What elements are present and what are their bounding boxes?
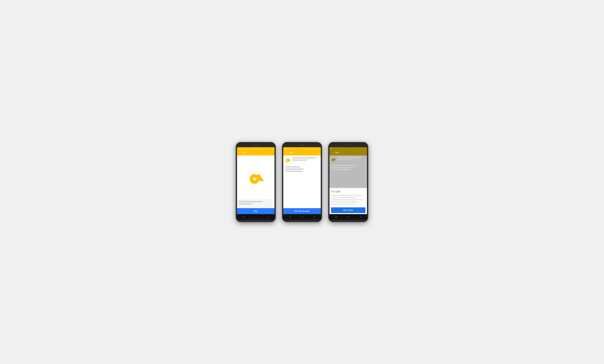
phone-2-desc-block <box>283 165 321 175</box>
phone-2-nav-bar: ◁ ○ □ <box>283 214 321 220</box>
phone-3-screen: ⚡ ← Text <box>329 147 367 220</box>
phone-3-form-line-2 <box>331 197 357 198</box>
phone-1-buy-label: Buy <box>254 210 258 212</box>
phone-3-nav-bar: ◁ ○ □ <box>329 214 367 220</box>
phone-1-back-button[interactable]: ← <box>239 151 241 154</box>
phone-3-google-logo: Google <box>331 190 365 193</box>
phone-2-desc-2 <box>285 168 304 170</box>
phone-3-google-e: e <box>339 190 340 193</box>
phone-3-dimmed-bg <box>329 155 367 188</box>
phone-2-nav-home[interactable]: ○ <box>302 216 303 218</box>
phone-1-nav-recents[interactable]: □ <box>268 216 269 218</box>
phone-1-screen: ⚡ ← Text <box>237 147 275 220</box>
phone-3-form-line-4 <box>331 201 359 203</box>
phone-2-title: Text <box>289 151 293 154</box>
phone-3-google-g2: g <box>337 190 338 193</box>
phone-3-status-bar: ⚡ <box>329 147 367 150</box>
phone-2-product-text <box>292 157 319 162</box>
phone-3-google-o1: o <box>333 190 335 193</box>
phone-3-top-bar <box>329 144 367 147</box>
phone-1-nav-bar: ◁ ○ □ <box>237 214 275 220</box>
phone-2-pay-button[interactable]: Pay with Google <box>283 208 321 214</box>
phone-2-prod-line-1 <box>292 157 316 158</box>
phone-3-status-icon: ⚡ <box>330 148 332 149</box>
svg-point-7 <box>287 160 288 161</box>
phone-2-back-button[interactable]: ← <box>285 151 287 154</box>
phone-1-info-block <box>237 199 275 208</box>
phone-3-nav-home[interactable]: ○ <box>348 216 349 218</box>
phone-2-speaker <box>299 145 305 146</box>
phone-2-product-header <box>283 155 321 165</box>
phone-3-nav-recents[interactable]: □ <box>360 216 361 218</box>
phone-1-line-2 <box>239 203 252 204</box>
phone-2-pay-label: Pay with Google <box>294 210 310 212</box>
phone-3-google-o2: o <box>335 190 336 193</box>
phone-3-form-line-5 <box>331 203 355 205</box>
phone-3-product-logo-icon <box>331 157 336 162</box>
phone-1-speaker <box>252 145 259 146</box>
phone-2-status-bar: ⚡ <box>283 147 321 150</box>
phone-1-nav-back[interactable]: ◁ <box>243 215 244 218</box>
phone-1: ⚡ ← Text <box>236 142 276 222</box>
phone-3-google-sheet: Google BUY NOW <box>329 188 367 214</box>
phone-2: ⚡ ← Text <box>282 142 322 222</box>
phone-3-app-bar: ← Text <box>329 150 367 155</box>
phone-1-title: Text <box>242 151 246 154</box>
phone-3-dimmed-lines <box>329 164 367 171</box>
phone-2-nav-back[interactable]: ◁ <box>289 215 290 218</box>
phone-3-title: Text <box>335 151 339 154</box>
phone-3: ⚡ ← Text <box>328 142 368 222</box>
phone-1-content <box>237 155 275 208</box>
phone-3-buy-now-button[interactable]: BUY NOW <box>331 207 365 213</box>
svg-point-11 <box>333 160 334 160</box>
phone-2-desc-1 <box>285 166 300 167</box>
phone-3-content: Google BUY NOW <box>329 155 367 214</box>
phone-3-form-line-1 <box>331 195 362 196</box>
phone-2-nav-recents[interactable]: □ <box>314 216 315 218</box>
phone-2-prod-line-2 <box>292 160 307 161</box>
phone-2-product-logo-icon <box>285 157 291 163</box>
phone-2-app-bar: ← Text <box>283 150 321 155</box>
phone-1-buy-button[interactable]: Buy <box>237 208 275 214</box>
phone-2-status-icon: ⚡ <box>284 148 286 149</box>
phone-3-back-button[interactable]: ← <box>331 151 333 154</box>
phone-2-desc-3 <box>285 171 302 172</box>
phone-3-dimmed-text <box>337 157 366 160</box>
phone-3-form-line-3 <box>331 199 364 201</box>
phone-2-content <box>283 155 321 208</box>
svg-point-3 <box>253 178 256 180</box>
phone-3-google-g1: G <box>331 190 333 193</box>
phone-1-top-bar <box>237 144 275 147</box>
phone-1-app-bar: ← Text <box>237 150 275 155</box>
phone-2-screen: ⚡ ← Text <box>283 147 321 220</box>
phone-1-logo-icon <box>247 170 264 184</box>
phone-1-status-icon: ⚡ <box>238 148 239 149</box>
phone-1-logo-area <box>237 155 275 199</box>
phone-3-buy-now-label: BUY NOW <box>343 209 353 211</box>
phone-1-nav-home[interactable]: ○ <box>255 216 257 218</box>
phone-3-nav-back[interactable]: ◁ <box>335 215 337 218</box>
phone-3-speaker <box>345 145 352 146</box>
phone-1-line-1 <box>239 201 263 202</box>
phone-2-top-bar <box>283 144 321 147</box>
phone-1-status-bar: ⚡ <box>237 147 275 150</box>
